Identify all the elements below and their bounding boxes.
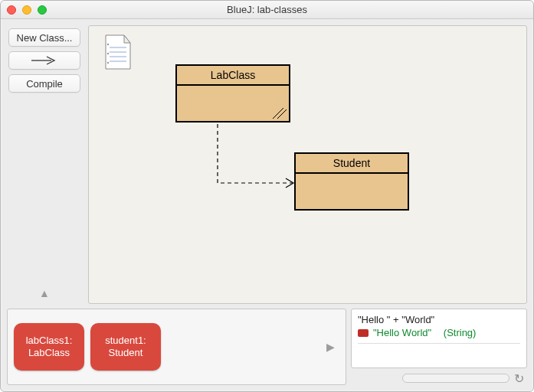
object-result-icon[interactable] — [358, 329, 369, 337]
compile-label: Compile — [26, 78, 63, 90]
sidebar: New Class... Compile ▲ — [7, 25, 82, 304]
codepad-panel: "Hello " + "World" "Hello World" (String… — [351, 309, 527, 385]
object-name: student1: — [105, 335, 146, 347]
object-student1[interactable]: student1: Student — [90, 323, 161, 371]
codepad-expression: "Hello " + "World" — [358, 314, 520, 325]
main-window: BlueJ: lab-classes New Class... Compile … — [0, 0, 534, 392]
svg-line-11 — [277, 109, 287, 119]
object-bench[interactable]: labClass1: LabClass student1: Student ▶ — [7, 309, 346, 385]
codepad[interactable]: "Hello " + "World" "Hello World" (String… — [351, 309, 527, 368]
object-class: LabClass — [28, 347, 70, 359]
object-class: Student — [109, 347, 143, 359]
content-area: New Class... Compile ▲ — [1, 19, 533, 391]
arrow-icon — [30, 56, 59, 65]
bench-expand-icon[interactable]: ▶ — [326, 341, 339, 353]
class-student[interactable]: Student — [294, 152, 409, 211]
svg-line-10 — [273, 108, 283, 119]
compile-button[interactable]: Compile — [8, 74, 80, 93]
window-title: BlueJ: lab-classes — [1, 4, 533, 15]
object-labclass1[interactable]: labClass1: LabClass — [14, 323, 84, 371]
new-class-label: New Class... — [17, 32, 73, 44]
lower-pane: labClass1: LabClass student1: Student ▶ … — [7, 309, 527, 385]
collapse-sidebar-icon[interactable]: ▲ — [39, 287, 50, 299]
class-name-label: Student — [296, 154, 408, 174]
object-name: labClass1: — [26, 335, 73, 347]
uncompiled-hatch-icon — [273, 108, 287, 119]
codepad-result: "Hello World" (String) — [358, 327, 520, 338]
class-labclass[interactable]: LabClass — [175, 64, 290, 122]
new-class-button[interactable]: New Class... — [8, 28, 80, 47]
upper-pane: New Class... Compile ▲ — [7, 25, 527, 304]
class-name-label: LabClass — [177, 66, 289, 86]
result-value: "Hello World" — [373, 327, 431, 338]
status-bar: ↻ — [351, 371, 527, 385]
class-diagram-canvas[interactable]: LabClass Student — [88, 25, 527, 304]
titlebar[interactable]: BlueJ: lab-classes — [1, 1, 533, 19]
codepad-divider — [358, 343, 520, 344]
inheritance-arrow-button[interactable] — [8, 51, 80, 70]
rerun-icon[interactable]: ↻ — [514, 371, 524, 386]
result-type: (String) — [444, 327, 477, 338]
progress-bar — [402, 374, 509, 383]
